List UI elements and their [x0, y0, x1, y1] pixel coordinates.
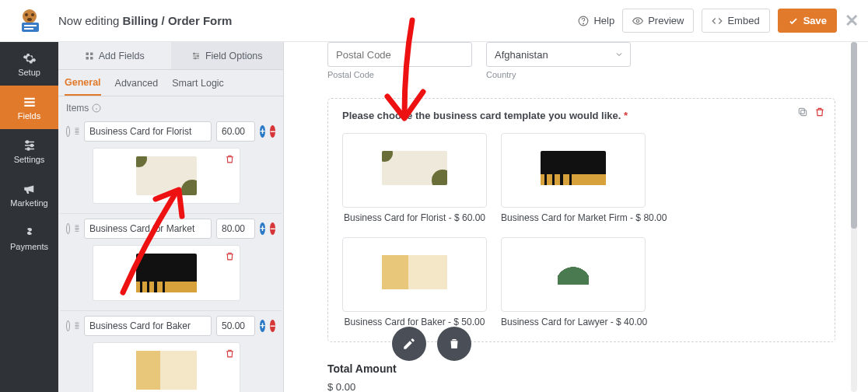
editing-label: Now editing Billing / Order Form [58, 14, 578, 27]
subtab-advanced[interactable]: Advanced [115, 70, 159, 96]
form-preview: Postal Code Afghanistan Country Please c… [284, 42, 859, 392]
option-subtabs: General Advanced Smart Logic [58, 70, 283, 96]
panel-tabs: Add Fields Field Options [58, 42, 283, 70]
remove-item-button[interactable]: − [270, 125, 275, 138]
help-link[interactable]: Help [578, 15, 614, 26]
help-icon [578, 16, 589, 26]
options-icon [191, 51, 201, 61]
tab-field-options[interactable]: Field Options [171, 42, 284, 69]
remove-image-icon[interactable] [225, 153, 235, 167]
item-name-input[interactable] [84, 316, 212, 336]
drag-handle-icon[interactable]: ≡≡ [75, 128, 79, 135]
rail-fields[interactable]: Fields [0, 86, 58, 129]
total-value: $ 0.00 [327, 381, 835, 392]
item-thumb[interactable] [93, 245, 240, 301]
remove-image-icon[interactable] [225, 250, 235, 264]
wpforms-logo [0, 5, 58, 37]
editing-form-name: Billing / Order Form [123, 14, 233, 27]
add-item-button[interactable]: + [260, 222, 265, 235]
save-button[interactable]: Save [778, 9, 837, 33]
svg-rect-18 [86, 57, 89, 60]
drag-handle-icon[interactable]: ≡≡ [75, 226, 79, 232]
items-header: Items [58, 96, 283, 117]
add-item-button[interactable]: + [260, 125, 265, 138]
add-item-button[interactable]: + [260, 320, 265, 332]
card-image-florist [382, 151, 447, 185]
remove-item-button[interactable]: − [270, 320, 275, 332]
svg-rect-17 [90, 52, 93, 55]
svg-point-8 [583, 23, 584, 24]
card-caption: Business Card for Lawyer - $ 40.00 [501, 317, 647, 327]
delete-field-icon[interactable] [814, 107, 825, 117]
rail-marketing-label: Marketing [10, 198, 47, 208]
svg-point-2 [31, 13, 34, 16]
template-card[interactable] [342, 133, 487, 208]
remove-item-button[interactable]: − [270, 222, 275, 235]
subtab-smart[interactable]: Smart Logic [172, 70, 224, 96]
card-image-baker [382, 255, 447, 289]
chevron-down-icon [614, 50, 624, 59]
item-price-input[interactable] [216, 121, 255, 142]
top-actions: Help Preview Embed Save [578, 9, 868, 33]
remove-image-icon[interactable] [225, 348, 235, 362]
svg-point-20 [193, 53, 194, 54]
field-hover-actions [797, 107, 825, 117]
preview-label: Preview [648, 15, 684, 26]
subtab-general[interactable]: General [65, 70, 101, 96]
tab-field-options-label: Field Options [205, 51, 263, 61]
item-price-input[interactable] [216, 219, 255, 239]
bullhorn-icon [23, 182, 37, 196]
svg-rect-24 [801, 110, 807, 116]
tab-add-fields[interactable]: Add Fields [58, 42, 171, 69]
rail-settings[interactable]: Settings [0, 129, 58, 173]
preview-scrollbar[interactable] [851, 42, 857, 392]
item-name-input[interactable] [84, 121, 212, 142]
svg-point-15 [27, 148, 30, 150]
drag-handle-icon[interactable]: ≡≡ [75, 323, 79, 329]
pencil-icon [402, 337, 416, 351]
postal-code-input[interactable] [327, 42, 472, 67]
floating-toolbar [392, 327, 471, 361]
rail-payments[interactable]: Payments [0, 216, 58, 260]
list-icon [23, 95, 37, 109]
item-price-input[interactable] [216, 316, 255, 336]
info-icon[interactable] [92, 103, 101, 113]
items-list[interactable]: ≡≡+−≡≡+−≡≡+−≡≡+− [58, 117, 283, 392]
svg-point-21 [197, 55, 198, 57]
item-name-input[interactable] [84, 219, 212, 239]
item-thumb[interactable] [93, 148, 240, 204]
rail-setup[interactable]: Setup [0, 42, 58, 86]
card-caption: Business Card for Florist - $ 60.00 [342, 212, 487, 223]
svg-point-3 [27, 18, 32, 21]
template-card[interactable] [501, 133, 646, 208]
item-thumb[interactable] [93, 342, 240, 392]
close-builder-button[interactable]: ✕ [845, 11, 859, 31]
trash-icon [447, 337, 461, 351]
duplicate-icon[interactable] [797, 107, 808, 117]
svg-point-14 [30, 144, 33, 146]
preview-button[interactable]: Preview [622, 9, 694, 33]
svg-point-0 [23, 9, 37, 23]
item-row: ≡≡+− [60, 214, 282, 311]
default-radio[interactable] [66, 126, 70, 137]
scrollbar-thumb[interactable] [851, 42, 857, 229]
country-select[interactable]: Afghanistan [486, 42, 631, 67]
template-card[interactable] [342, 237, 487, 312]
svg-point-13 [26, 141, 28, 143]
default-radio[interactable] [66, 223, 70, 234]
rail-fields-label: Fields [18, 111, 40, 121]
embed-button[interactable]: Embed [702, 9, 769, 33]
item-row: ≡≡+− [60, 311, 282, 392]
float-delete-button[interactable] [437, 327, 471, 361]
template-card[interactable] [501, 237, 646, 312]
field-panel: Add Fields Field Options General Advance… [58, 42, 284, 392]
embed-label: Embed [727, 15, 759, 26]
card-caption: Business Card for Baker - $ 50.00 [342, 317, 487, 327]
default-radio[interactable] [66, 320, 70, 331]
chooser-label: Please choose the business card template… [342, 110, 621, 121]
card-preview-market [136, 254, 197, 292]
required-asterisk: * [624, 110, 628, 121]
float-edit-button[interactable] [392, 327, 426, 361]
rail-marketing[interactable]: Marketing [0, 173, 58, 216]
template-chooser-field[interactable]: Please choose the business card template… [327, 98, 835, 342]
